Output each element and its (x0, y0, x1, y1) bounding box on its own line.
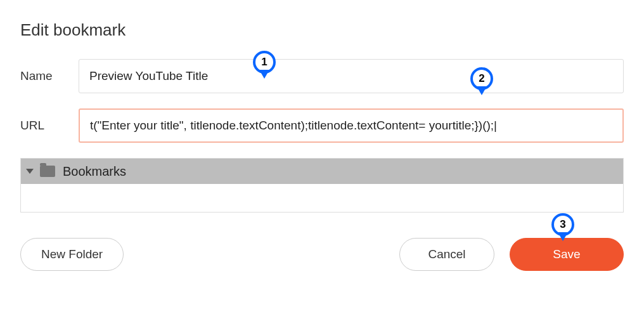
annotation-3: 3 (551, 213, 574, 236)
button-row: New Folder Cancel Save (20, 238, 624, 271)
name-input[interactable] (79, 59, 624, 93)
url-label: URL (20, 119, 79, 133)
disclosure-triangle-icon[interactable] (26, 169, 34, 174)
url-row: URL (20, 108, 624, 143)
folder-icon (40, 166, 55, 177)
save-button[interactable]: Save (510, 238, 624, 271)
tree-body[interactable] (21, 184, 623, 212)
dialog-title: Edit bookmark (20, 20, 624, 40)
cancel-button[interactable]: Cancel (399, 238, 494, 271)
url-input[interactable] (79, 108, 624, 143)
name-row: Name (20, 59, 624, 93)
annotation-1: 1 (253, 51, 276, 74)
tree-root-label: Bookmarks (63, 164, 126, 179)
annotation-2: 2 (470, 67, 493, 90)
folder-tree[interactable]: Bookmarks (20, 158, 624, 213)
new-folder-button[interactable]: New Folder (20, 238, 124, 271)
name-label: Name (20, 69, 79, 83)
tree-root-row[interactable]: Bookmarks (21, 159, 623, 184)
